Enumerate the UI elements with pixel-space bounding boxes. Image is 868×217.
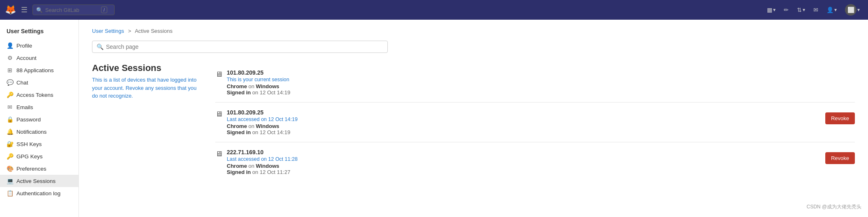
sidebar-label-applications: 88 Applications <box>16 67 54 73</box>
page-search-input[interactable] <box>106 43 383 50</box>
breadcrumb-separator: > <box>128 28 131 34</box>
sidebar-item-profile[interactable]: 👤Profile <box>0 39 78 52</box>
slash-shortcut: / <box>101 7 107 13</box>
session-current-status: This is your current session <box>227 77 855 82</box>
monitor-icon: 🖥 <box>215 150 223 158</box>
monitor-icon: 🖥 <box>215 70 223 79</box>
gpg-keys-icon: 🔑 <box>7 153 13 160</box>
session-info: 222.71.169.10 Last accessed on 12 Oct 11… <box>227 149 821 175</box>
sidebar-label-password: Password <box>16 116 41 123</box>
revoke-button[interactable]: Revoke <box>825 112 855 124</box>
session-ip: 101.80.209.25 <box>227 69 855 76</box>
edit-icon[interactable]: ✏ <box>781 4 792 16</box>
revoke-button[interactable]: Revoke <box>825 152 855 164</box>
account-icon: ⚙ <box>7 55 13 61</box>
session-ip: 101.80.209.25 <box>227 109 821 116</box>
gitlab-logo: 🦊 <box>5 5 16 15</box>
session-item-1: 🖥 101.80.209.25 Last accessed on 12 Oct … <box>215 103 855 142</box>
sidebar-item-auth-log[interactable]: 📋Authentication log <box>0 187 78 199</box>
session-ip: 222.71.169.10 <box>227 149 821 155</box>
revoke-button-container: Revoke <box>825 112 855 124</box>
active-sessions-icon: 💻 <box>7 178 13 184</box>
sidebar-item-access-tokens[interactable]: 🔑Access Tokens <box>0 89 78 101</box>
access-tokens-icon: 🔑 <box>7 91 13 98</box>
page-title: Active Sessions <box>92 63 199 73</box>
sidebar-item-applications[interactable]: ⊞88 Applications <box>0 64 78 76</box>
ssh-keys-icon: 🔐 <box>7 141 13 147</box>
sidebar-label-account: Account <box>16 55 37 61</box>
sidebar-label-profile: Profile <box>16 43 32 49</box>
sidebar-label-ssh-keys: SSH Keys <box>16 141 42 147</box>
todo-icon[interactable]: ✉ <box>810 4 822 16</box>
sidebar-label-auth-log: Authentication log <box>16 190 60 196</box>
hamburger-icon[interactable]: ☰ <box>21 5 28 14</box>
session-browser: Chrome on Windows <box>227 163 821 169</box>
watermark: CSDN @成为大佬先秃头 <box>806 203 861 210</box>
sidebar-label-chat: Chat <box>16 80 28 86</box>
preferences-icon: 🎨 <box>7 165 13 172</box>
session-last-accessed: Last accessed on 12 Oct 14:19 <box>227 116 821 122</box>
sidebar-item-chat[interactable]: 💬Chat <box>0 76 78 89</box>
session-info: 101.80.209.25 This is your current sessi… <box>227 69 855 96</box>
session-item-0: 🖥 101.80.209.25 This is your current ses… <box>215 63 855 103</box>
chat-icon: 💬 <box>7 79 13 86</box>
user-menu-icon[interactable]: 👤 ▾ <box>823 4 840 16</box>
session-signin: Signed in on 12 Oct 14:19 <box>227 129 821 135</box>
create-icon[interactable]: ▦ ▾ <box>764 4 779 16</box>
emails-icon: ✉ <box>7 104 13 110</box>
session-browser: Chrome on Windows <box>227 83 855 89</box>
merge-request-icon[interactable]: ⇅ ▾ <box>794 4 808 16</box>
sidebar-label-preferences: Preferences <box>16 166 46 172</box>
sessions-list: 🖥 101.80.209.25 This is your current ses… <box>215 63 855 182</box>
session-last-accessed: Last accessed on 12 Oct 11:28 <box>227 156 821 162</box>
sessions-intro: Active Sessions This is a list of device… <box>92 63 199 182</box>
sidebar-label-gpg-keys: GPG Keys <box>16 153 43 160</box>
sidebar-item-account[interactable]: ⚙Account <box>0 52 78 64</box>
main-content: User Settings > Active Sessions 🔍 Active… <box>79 20 868 217</box>
search-box[interactable]: 🔍 / <box>32 5 115 15</box>
page-description: This is a list of devices that have logg… <box>92 76 199 100</box>
breadcrumb: User Settings > Active Sessions <box>92 28 855 34</box>
session-item-2: 🖥 222.71.169.10 Last accessed on 12 Oct … <box>215 142 855 182</box>
page-search-bar[interactable]: 🔍 <box>92 41 388 53</box>
sidebar-label-notifications: Notifications <box>16 129 47 135</box>
avatar[interactable]: ⬜ ▾ <box>842 2 863 18</box>
sidebar-item-gpg-keys[interactable]: 🔑GPG Keys <box>0 150 78 162</box>
profile-icon: 👤 <box>7 42 13 49</box>
session-signin: Signed in on 12 Oct 11:27 <box>227 169 821 175</box>
breadcrumb-current: Active Sessions <box>135 28 173 34</box>
sidebar: User Settings 👤Profile⚙Account⊞88 Applic… <box>0 20 79 217</box>
session-signin: Signed in on 12 Oct 14:19 <box>227 89 855 96</box>
sidebar-item-password[interactable]: 🔒Password <box>0 113 78 126</box>
session-browser: Chrome on Windows <box>227 123 821 129</box>
sidebar-item-emails[interactable]: ✉Emails <box>0 101 78 113</box>
sidebar-label-active-sessions: Active Sessions <box>16 178 55 184</box>
auth-log-icon: 📋 <box>7 190 13 196</box>
session-info: 101.80.209.25 Last accessed on 12 Oct 14… <box>227 109 821 135</box>
sidebar-item-ssh-keys[interactable]: 🔐SSH Keys <box>0 138 78 150</box>
breadcrumb-parent[interactable]: User Settings <box>92 28 124 34</box>
page-search-icon: 🔍 <box>97 43 104 50</box>
topnav: 🦊 ☰ 🔍 / ▦ ▾ ✏ ⇅ ▾ ✉ 👤 ▾ ⬜ ▾ <box>0 0 868 20</box>
sidebar-item-active-sessions[interactable]: 💻Active Sessions <box>0 175 78 187</box>
notifications-icon: 🔔 <box>7 128 13 135</box>
sidebar-label-emails: Emails <box>16 104 33 110</box>
topnav-actions: ▦ ▾ ✏ ⇅ ▾ ✉ 👤 ▾ ⬜ ▾ <box>764 2 863 18</box>
sidebar-item-notifications[interactable]: 🔔Notifications <box>0 126 78 138</box>
password-icon: 🔒 <box>7 116 13 123</box>
sidebar-item-preferences[interactable]: 🎨Preferences <box>0 162 78 175</box>
monitor-icon: 🖥 <box>215 110 223 119</box>
search-icon: 🔍 <box>36 7 43 13</box>
applications-icon: ⊞ <box>7 67 13 73</box>
sidebar-title: User Settings <box>0 26 78 39</box>
sidebar-label-access-tokens: Access Tokens <box>16 92 53 98</box>
revoke-button-container: Revoke <box>825 152 855 164</box>
search-input[interactable] <box>45 7 99 13</box>
